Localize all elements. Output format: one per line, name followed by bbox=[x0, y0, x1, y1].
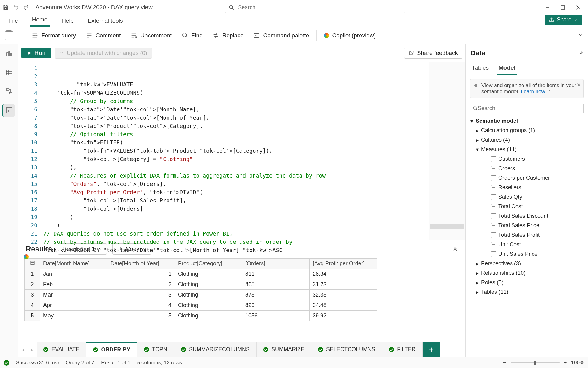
cell[interactable]: 32.38 bbox=[310, 290, 377, 300]
query-tab[interactable]: ORDER BY bbox=[86, 342, 137, 357]
zoom-slider[interactable] bbox=[511, 362, 560, 363]
query-tabs[interactable]: ◂ ▸ EVALUATEORDER BYTOPNSUMMARIZECOLUMNS… bbox=[18, 342, 466, 357]
report-view-icon[interactable] bbox=[3, 47, 15, 59]
dismiss-info-icon[interactable]: ✕ bbox=[577, 82, 581, 88]
model-view-icon[interactable] bbox=[3, 85, 15, 98]
minimize-icon[interactable] bbox=[544, 4, 551, 11]
cell[interactable]: 4 bbox=[107, 300, 175, 311]
maximize-icon[interactable] bbox=[559, 4, 567, 11]
query-tab[interactable]: SUMMARIZECOLUMNS bbox=[174, 342, 257, 357]
share-feedback-button[interactable]: Share feedback bbox=[404, 48, 462, 59]
tabs-prev-icon[interactable]: ◂ bbox=[18, 342, 28, 357]
tree-measure[interactable]: Sales Qty bbox=[468, 192, 586, 202]
ribbon-expand-icon[interactable] bbox=[578, 33, 583, 38]
tree-measure[interactable]: Total Sales Profit bbox=[468, 230, 586, 240]
cell[interactable]: Jan bbox=[40, 269, 107, 279]
command-palette-button[interactable]: Command palette bbox=[249, 30, 313, 41]
comment-button[interactable]: Comment bbox=[81, 30, 125, 41]
tree-measure[interactable]: Total Sales Discount bbox=[468, 211, 586, 221]
cell[interactable]: 31.23 bbox=[310, 279, 377, 290]
tab-file[interactable]: File bbox=[6, 17, 21, 27]
save-icon[interactable] bbox=[2, 4, 9, 11]
uncomment-button[interactable]: Uncomment bbox=[126, 30, 176, 41]
format-query-button[interactable]: Format query bbox=[27, 30, 80, 41]
cell[interactable]: Clothing bbox=[175, 300, 242, 311]
data-tab-model[interactable]: Model bbox=[497, 62, 517, 75]
zoom-out-icon[interactable]: − bbox=[503, 360, 506, 366]
minimap[interactable] bbox=[429, 62, 466, 240]
replace-button[interactable]: Replace bbox=[208, 30, 248, 41]
tree-root[interactable]: ▾Semantic model bbox=[468, 116, 586, 126]
tree-group[interactable]: ▸Calculation groups (1) bbox=[468, 126, 586, 135]
dax-editor[interactable]: 12345678910111213141516171819202122 "tok… bbox=[18, 62, 466, 240]
tree-group[interactable]: ▸Perspectives (3) bbox=[468, 259, 586, 268]
collapse-pane-icon[interactable] bbox=[578, 49, 583, 57]
paste-button[interactable] bbox=[2, 31, 21, 40]
cell[interactable]: Clothing bbox=[175, 290, 242, 300]
table-view-icon[interactable] bbox=[3, 66, 15, 79]
cell[interactable]: 865 bbox=[242, 279, 310, 290]
tree-group[interactable]: ▸Roles (5) bbox=[468, 278, 586, 287]
query-tab[interactable]: TOPN bbox=[137, 342, 174, 357]
add-query-button[interactable]: ＋ bbox=[423, 342, 440, 357]
cell[interactable]: 34.48 bbox=[310, 300, 377, 311]
cell[interactable]: May bbox=[40, 311, 107, 321]
query-tab[interactable]: FILTER bbox=[382, 342, 423, 357]
cell[interactable]: 5 bbox=[107, 311, 175, 321]
data-search-input[interactable] bbox=[478, 105, 581, 112]
cell[interactable]: 1 bbox=[107, 269, 175, 279]
query-tab[interactable]: SELECTCOLUMNS bbox=[311, 342, 382, 357]
cell[interactable]: 3 bbox=[107, 290, 175, 300]
cell[interactable]: 878 bbox=[242, 290, 310, 300]
cell[interactable]: 39.92 bbox=[310, 311, 377, 321]
cell[interactable]: Clothing bbox=[175, 311, 242, 321]
tree-measure[interactable]: Orders bbox=[468, 164, 586, 173]
tab-help[interactable]: Help bbox=[59, 17, 76, 27]
dax-view-icon[interactable] bbox=[2, 104, 15, 117]
cell[interactable]: Clothing bbox=[175, 269, 242, 279]
zoom-in-icon[interactable]: + bbox=[564, 360, 567, 366]
redo-icon[interactable] bbox=[23, 4, 29, 11]
tabs-next-icon[interactable]: ▸ bbox=[28, 342, 37, 357]
cell[interactable]: 28.34 bbox=[310, 269, 377, 279]
column-header[interactable]: [Avg Profit per Order] bbox=[310, 259, 377, 269]
cell[interactable]: 811 bbox=[242, 269, 310, 279]
cell[interactable]: Mar bbox=[40, 290, 107, 300]
tree-group[interactable]: ▸Relationships (10) bbox=[468, 268, 586, 278]
share-button[interactable]: Share bbox=[545, 15, 582, 25]
cell[interactable]: 2 bbox=[107, 279, 175, 290]
cell[interactable]: 823 bbox=[242, 300, 310, 311]
cell[interactable]: Feb bbox=[40, 279, 107, 290]
tree-measure[interactable]: Resellers bbox=[468, 183, 586, 192]
tab-home[interactable]: Home bbox=[30, 16, 50, 27]
column-header[interactable]: Product[Category] bbox=[175, 259, 242, 269]
run-button[interactable]: Run bbox=[21, 48, 51, 58]
copilot-button[interactable]: Copilot (preview) bbox=[320, 30, 380, 41]
code-area[interactable]: "tok-kw">EVALUATE "tok-fn">SUMMARIZECOLU… bbox=[40, 62, 429, 240]
close-icon[interactable] bbox=[575, 4, 582, 11]
results-grid[interactable]: Date[Month Name]Date[Month of Year]Produ… bbox=[24, 258, 377, 321]
data-tab-tables[interactable]: Tables bbox=[471, 62, 490, 75]
global-search-input[interactable] bbox=[238, 4, 401, 11]
query-tab[interactable]: SUMMARIZE bbox=[257, 342, 311, 357]
cell[interactable]: Apr bbox=[40, 300, 107, 311]
tree-measure[interactable]: Orders per Customer bbox=[468, 173, 586, 183]
column-header[interactable]: Date[Month of Year] bbox=[107, 259, 175, 269]
tree-measure[interactable]: Total Cost bbox=[468, 202, 586, 211]
cell[interactable]: Clothing bbox=[175, 279, 242, 290]
global-search[interactable] bbox=[225, 2, 405, 13]
cell[interactable]: 1056 bbox=[242, 311, 310, 321]
model-tree[interactable]: ▾Semantic model▸Calculation groups (1)▸C… bbox=[466, 116, 588, 357]
tree-group[interactable]: ▸Tables (11) bbox=[468, 287, 586, 297]
column-header[interactable]: [Orders] bbox=[242, 259, 310, 269]
tab-external-tools[interactable]: External tools bbox=[85, 17, 125, 27]
collapse-results-icon[interactable] bbox=[452, 246, 458, 253]
learn-how-link[interactable]: Learn how bbox=[521, 89, 550, 94]
query-tab[interactable]: EVALUATE bbox=[37, 342, 86, 357]
find-button[interactable]: Find bbox=[177, 30, 207, 41]
tree-group[interactable]: ▸Cultures (4) bbox=[468, 135, 586, 145]
tree-measure[interactable]: Total Sales Price bbox=[468, 221, 586, 230]
tree-group[interactable]: ▾Measures (11) bbox=[468, 145, 586, 154]
tree-measure[interactable]: Unit Sales Price bbox=[468, 249, 586, 259]
undo-icon[interactable] bbox=[13, 4, 19, 11]
